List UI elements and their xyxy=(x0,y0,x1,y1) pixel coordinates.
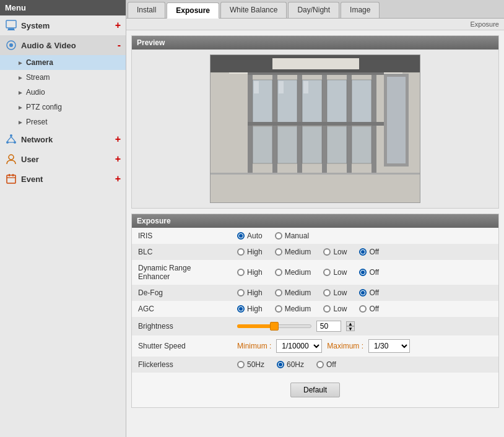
agc-high-radio[interactable] xyxy=(237,305,245,313)
iris-manual-option[interactable]: Manual xyxy=(275,231,309,240)
sidebar-title: Menu xyxy=(0,0,126,15)
svg-rect-43 xyxy=(303,81,308,93)
defog-medium-radio[interactable] xyxy=(275,289,282,296)
defog-low-option[interactable]: Low xyxy=(323,288,347,297)
tab-day-night[interactable]: Day/Night xyxy=(288,2,339,18)
user-icon xyxy=(5,153,17,165)
svg-point-4 xyxy=(9,43,13,47)
fl-60hz-radio[interactable] xyxy=(277,361,284,368)
blc-low-label: Low xyxy=(333,248,347,256)
agc-medium-radio[interactable] xyxy=(275,305,282,313)
sidebar: Menu System + Audio & Video - ► Camera ► xyxy=(0,0,126,437)
blc-medium-option[interactable]: Medium xyxy=(275,248,311,256)
brightness-input[interactable]: 50 xyxy=(316,321,341,332)
defog-low-label: Low xyxy=(333,288,347,297)
blc-low-option[interactable]: Low xyxy=(323,248,347,256)
fl-50hz-option[interactable]: 50Hz xyxy=(237,360,264,369)
sidebar-item-av-label: Audio & Video xyxy=(21,41,118,50)
network-icon xyxy=(5,133,17,145)
iris-auto-option[interactable]: Auto xyxy=(237,231,263,240)
tab-install[interactable]: Install xyxy=(128,2,165,18)
blc-off-radio[interactable] xyxy=(359,248,367,256)
dre-low-option[interactable]: Low xyxy=(323,268,347,277)
dre-high-option[interactable]: High xyxy=(237,268,263,277)
defog-high-option[interactable]: High xyxy=(237,288,263,297)
blc-high-radio[interactable] xyxy=(237,248,245,256)
sidebar-sub-camera[interactable]: ► Camera xyxy=(0,55,126,70)
fl-off-option[interactable]: Off xyxy=(316,360,336,369)
stream-arrow: ► xyxy=(17,74,24,81)
agc-low-label: Low xyxy=(333,305,347,313)
sidebar-item-audio-video[interactable]: Audio & Video - xyxy=(0,35,126,55)
agc-off-option[interactable]: Off xyxy=(359,305,379,313)
tabs-bar: Install Exposure White Balance Day/Night… xyxy=(126,0,504,19)
fl-off-label: Off xyxy=(326,360,336,369)
blc-medium-radio[interactable] xyxy=(275,248,282,256)
sidebar-item-user[interactable]: User + xyxy=(0,149,126,169)
dre-medium-radio[interactable] xyxy=(275,269,282,276)
agc-label: AGC xyxy=(132,301,231,317)
fl-50hz-radio[interactable] xyxy=(237,361,245,368)
blc-row: BLC High Medium xyxy=(132,244,498,260)
dre-off-label: Off xyxy=(369,268,379,277)
iris-row: IRIS Auto Manual xyxy=(132,228,498,244)
defog-row: De-Fog High Medium xyxy=(132,285,498,301)
system-icon xyxy=(5,19,17,32)
tab-white-balance[interactable]: White Balance xyxy=(220,2,287,18)
iris-manual-label: Manual xyxy=(285,231,309,240)
slider-thumb[interactable] xyxy=(270,322,279,331)
dre-off-option[interactable]: Off xyxy=(359,268,379,277)
shutter-min-select[interactable]: 1/10000 1/5000 1/2000 1/1000 xyxy=(276,339,322,353)
fl-60hz-option[interactable]: 60Hz xyxy=(277,360,304,369)
dre-high-radio[interactable] xyxy=(237,269,245,276)
tab-image[interactable]: Image xyxy=(341,2,380,18)
blc-high-option[interactable]: High xyxy=(237,248,263,256)
shutter-max-select[interactable]: 1/30 1/60 1/120 1/1000 xyxy=(368,339,410,353)
default-button[interactable]: Default xyxy=(290,383,340,397)
sidebar-item-event[interactable]: Event + xyxy=(0,169,126,189)
slider-fill xyxy=(237,324,274,328)
shutter-speed-row: Shutter Speed Minimum : 1/10000 1/5000 1… xyxy=(132,335,498,357)
sidebar-sub-stream[interactable]: ► Stream xyxy=(0,70,126,85)
dre-medium-option[interactable]: Medium xyxy=(275,268,311,277)
agc-high-label: High xyxy=(247,305,263,313)
defog-off-option[interactable]: Off xyxy=(359,288,379,297)
iris-auto-radio[interactable] xyxy=(237,232,245,240)
dre-low-radio[interactable] xyxy=(323,269,331,276)
shutter-row-content: Minimum : 1/10000 1/5000 1/2000 1/1000 M… xyxy=(237,339,492,353)
tab-exposure[interactable]: Exposure xyxy=(167,2,219,19)
exposure-table: IRIS Auto Manual xyxy=(132,228,498,407)
svg-rect-1 xyxy=(8,28,14,30)
defog-off-radio[interactable] xyxy=(359,289,367,296)
preview-header: Preview xyxy=(132,36,498,50)
fl-off-radio[interactable] xyxy=(316,361,324,368)
dre-medium-label: Medium xyxy=(285,268,311,277)
sidebar-sub-preset[interactable]: ► Preset xyxy=(0,115,126,129)
sidebar-sub-audio[interactable]: ► Audio xyxy=(0,85,126,100)
iris-manual-radio[interactable] xyxy=(275,232,282,240)
blc-label: BLC xyxy=(132,244,231,260)
brightness-slider-container[interactable] xyxy=(237,321,311,331)
svg-point-11 xyxy=(9,155,14,160)
defog-high-radio[interactable] xyxy=(237,289,245,296)
sidebar-sub-ptz[interactable]: ► PTZ config xyxy=(0,100,126,115)
sidebar-item-system-label: System xyxy=(21,21,115,30)
event-icon xyxy=(5,173,17,185)
sidebar-item-system[interactable]: System + xyxy=(0,15,126,35)
blc-low-radio[interactable] xyxy=(323,248,331,256)
agc-high-option[interactable]: High xyxy=(237,305,263,313)
iris-options: Auto Manual xyxy=(231,228,498,244)
agc-low-radio[interactable] xyxy=(323,305,331,313)
dre-off-radio[interactable] xyxy=(359,269,367,276)
defog-medium-option[interactable]: Medium xyxy=(275,288,311,297)
defog-low-radio[interactable] xyxy=(323,289,331,296)
sidebar-item-network[interactable]: Network + xyxy=(0,129,126,149)
agc-low-option[interactable]: Low xyxy=(323,305,347,313)
agc-medium-option[interactable]: Medium xyxy=(275,305,311,313)
blc-off-option[interactable]: Off xyxy=(359,248,379,256)
agc-off-radio[interactable] xyxy=(359,305,367,313)
audio-video-icon xyxy=(5,39,17,51)
dre-radio-group: High Medium Low xyxy=(237,268,492,277)
blc-high-label: High xyxy=(247,248,263,256)
brightness-down-button[interactable]: ▼ xyxy=(346,326,355,331)
